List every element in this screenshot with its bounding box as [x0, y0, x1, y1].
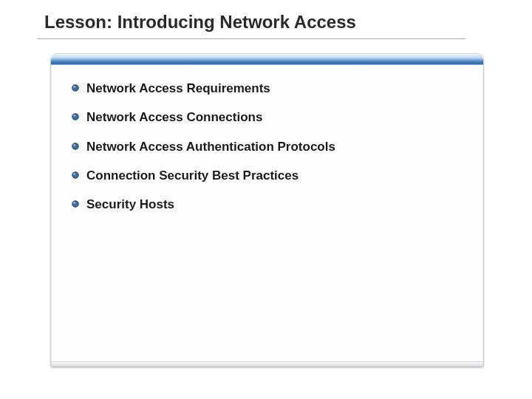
bullet-text: Network Access Connections: [86, 109, 262, 125]
frame-bottom-edge: [51, 361, 483, 366]
svg-point-7: [73, 173, 75, 174]
svg-point-8: [72, 201, 78, 207]
list-item: Connection Security Best Practices: [72, 168, 468, 183]
svg-point-3: [73, 115, 75, 116]
bullet-text: Network Access Authentication Protocols: [86, 139, 335, 154]
svg-point-9: [73, 202, 75, 203]
list-item: Network Access Requirements: [72, 81, 468, 96]
slide-title: Lesson: Introducing Network Access: [44, 12, 356, 33]
content-frame: Network Access Requirements Network Acce…: [50, 53, 484, 367]
list-item: Security Hosts: [72, 197, 468, 212]
svg-point-4: [72, 143, 78, 149]
title-underline: [37, 38, 466, 39]
list-item: Network Access Connections: [72, 109, 468, 125]
svg-point-2: [72, 114, 78, 120]
bullet-icon: [72, 84, 79, 92]
svg-point-6: [72, 172, 78, 178]
slide: Lesson: Introducing Network Access Netwo…: [0, 0, 532, 399]
bullet-icon: [72, 143, 79, 150]
svg-point-5: [73, 144, 75, 146]
svg-point-1: [73, 86, 75, 87]
bullet-icon: [72, 200, 79, 208]
bullet-text: Security Hosts: [86, 197, 174, 212]
bullet-text: Network Access Requirements: [86, 81, 270, 96]
bullet-icon: [72, 113, 79, 120]
bullet-icon: [72, 171, 79, 179]
svg-point-0: [72, 85, 78, 91]
bullet-text: Connection Security Best Practices: [86, 168, 299, 183]
list-item: Network Access Authentication Protocols: [72, 139, 468, 154]
frame-topbar: [51, 54, 483, 65]
bullet-list: Network Access Requirements Network Acce…: [72, 81, 468, 225]
